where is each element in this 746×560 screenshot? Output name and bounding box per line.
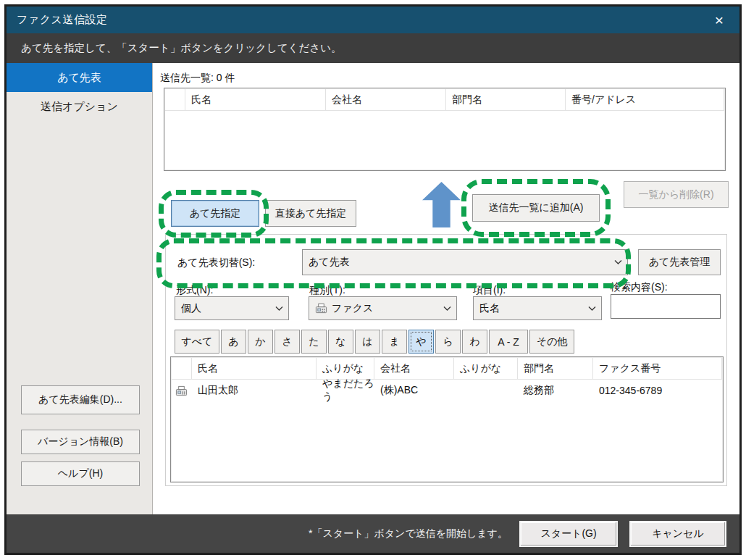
kana-tab-ka[interactable]: か [248, 330, 273, 354]
instruction-text: あて先を指定して、「スタート」ボタンをクリックしてください。 [21, 41, 341, 55]
contacts-header: 氏名 ふりがな 会社名 ふりがな 部門名 ファクス番号 [172, 358, 722, 380]
kana-tab-other[interactable]: その他 [529, 330, 574, 354]
contacts-col-fax: ファクス番号 [593, 358, 722, 379]
contacts-col-department: 部門名 [518, 358, 593, 379]
fax-send-settings-dialog: ファクス送信設定 × あて先を指定して、「スタート」ボタンをクリックしてください… [4, 4, 742, 555]
kana-tab-ta[interactable]: た [301, 330, 327, 354]
kana-index-tabs: すべて あ か さ た な は ま や ら わ A - Z その他 [175, 330, 574, 354]
sidebar-tab-address-book[interactable]: あて先表 [7, 63, 152, 92]
contacts-col-company-kana: ふりがな [454, 358, 518, 379]
contact-department: 総務部 [518, 380, 593, 401]
add-to-list-button[interactable]: 送信先一覧に追加(A) [472, 194, 600, 222]
window-title: ファクス送信設定 [17, 13, 107, 27]
address-book-switch-value: あて先表 [309, 256, 350, 269]
fax-icon [315, 302, 327, 314]
contacts-col-company: 会社名 [374, 358, 454, 379]
recipient-count-label: 送信先一覧: 0 件 [160, 72, 235, 85]
item-label: 項目(I): [473, 284, 506, 297]
recipient-list-header: 氏名 会社名 部門名 番号/アドレス [165, 89, 724, 111]
address-book-switch-select[interactable]: あて先表 [302, 249, 628, 275]
format-select[interactable]: 個人 [175, 296, 289, 320]
search-input[interactable] [611, 294, 721, 319]
search-label: 検索内容(S): [611, 281, 668, 294]
recipient-col-department: 部門名 [446, 89, 566, 110]
chevron-down-icon [614, 260, 622, 265]
recipient-col-number: 番号/アドレス [566, 89, 724, 110]
contact-company-kana [454, 380, 518, 401]
type-value: ファクス [332, 302, 373, 315]
main-panel: 送信先一覧: 0 件 氏名 会社名 部門名 番号/アドレス あて先指定 直接あて… [153, 63, 739, 514]
type-select[interactable]: ファクス [309, 296, 457, 320]
screen: ファクス送信設定 × あて先を指定して、「スタート」ボタンをクリックしてください… [0, 0, 746, 560]
up-arrow-icon [422, 182, 461, 227]
kana-tab-na[interactable]: な [328, 330, 353, 354]
contact-company: (株)ABC [374, 380, 454, 401]
format-label: 形式(N): [176, 284, 213, 297]
kana-tab-all[interactable]: すべて [175, 330, 219, 354]
address-book-group: あて先表切替(S): あて先表 あて先表管理 形式(N): 個人 [165, 234, 727, 486]
address-book-switch-label: あて先表切替(S): [177, 256, 255, 269]
instruction-bar: あて先を指定して、「スタート」ボタンをクリックしてください。 [7, 33, 739, 63]
contact-name: 山田太郎 [192, 380, 317, 401]
type-label: 種別(T): [309, 284, 345, 297]
contact-row[interactable]: 山田太郎 やまだたろう (株)ABC 総務部 012-345-6789 [172, 380, 722, 401]
kana-tab-az[interactable]: A - Z [489, 330, 528, 354]
sidebar: あて先表 送信オプション あて先表編集(D)... バージョン情報(B) ヘルプ… [7, 63, 153, 514]
manage-address-book-button[interactable]: あて先表管理 [638, 249, 721, 275]
chevron-down-icon [443, 306, 451, 311]
item-value: 氏名 [479, 302, 500, 315]
cancel-button[interactable]: キャンセル [629, 521, 726, 547]
kana-tab-ya[interactable]: や [408, 330, 434, 354]
start-button[interactable]: スタート(G) [519, 521, 618, 547]
contacts-col-icon [172, 358, 192, 379]
contact-fax-number: 012-345-6789 [593, 380, 722, 401]
recipient-list-table[interactable]: 氏名 会社名 部門名 番号/アドレス [164, 88, 726, 171]
recipient-col-icon [165, 89, 185, 110]
kana-tab-ra[interactable]: ら [435, 330, 461, 354]
fax-icon [172, 380, 192, 401]
sidebar-tab-send-options[interactable]: 送信オプション [7, 92, 152, 121]
item-select[interactable]: 氏名 [473, 296, 602, 320]
kana-tab-a[interactable]: あ [221, 330, 246, 354]
chevron-down-icon [588, 306, 596, 311]
footer-note: *「スタート」ボタンで送信を開始します。 [309, 527, 508, 540]
contacts-col-kana: ふりがな [317, 358, 374, 379]
specify-destination-button[interactable]: あて先指定 [171, 200, 259, 227]
kana-tab-ha[interactable]: は [355, 330, 380, 354]
remove-from-list-button[interactable]: 一覧から削除(R) [624, 181, 729, 208]
footer-bar: *「スタート」ボタンで送信を開始します。 スタート(G) キャンセル [7, 514, 739, 553]
recipient-col-company: 会社名 [326, 89, 446, 110]
recipient-col-name: 氏名 [185, 89, 326, 110]
help-button[interactable]: ヘルプ(H) [21, 461, 140, 486]
chevron-down-icon [275, 306, 283, 311]
version-info-button[interactable]: バージョン情報(B) [21, 430, 140, 454]
close-icon[interactable]: × [709, 11, 729, 29]
kana-tab-ma[interactable]: ま [382, 330, 407, 354]
kana-tab-sa[interactable]: さ [274, 330, 300, 354]
kana-tab-wa[interactable]: わ [462, 330, 487, 354]
contact-kana: やまだたろう [317, 380, 374, 401]
title-bar: ファクス送信設定 × [7, 7, 739, 33]
format-value: 個人 [181, 302, 201, 315]
contacts-table[interactable]: 氏名 ふりがな 会社名 ふりがな 部門名 ファクス番号 山田太郎 [170, 356, 724, 482]
dialog-body: あて先表 送信オプション あて先表編集(D)... バージョン情報(B) ヘルプ… [7, 63, 739, 514]
contacts-col-name: 氏名 [192, 358, 317, 379]
direct-specify-button[interactable]: 直接あて先指定 [265, 200, 356, 227]
edit-address-book-button[interactable]: あて先表編集(D)... [21, 385, 140, 414]
